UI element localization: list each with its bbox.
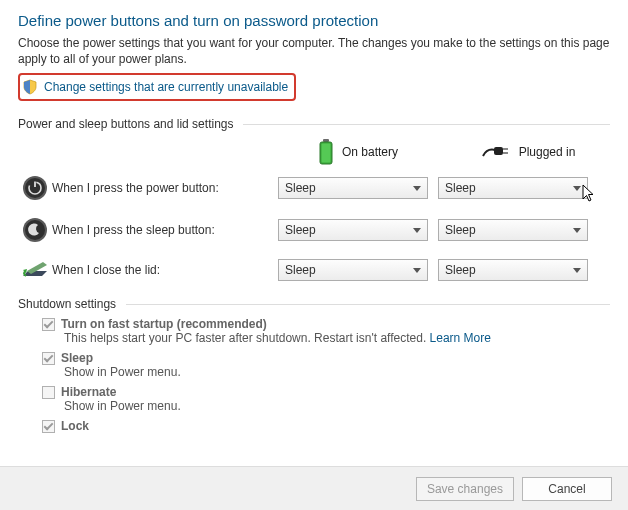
chevron-down-icon	[413, 268, 421, 273]
fast-startup-sub: This helps start your PC faster after sh…	[64, 331, 426, 345]
lid-battery-select[interactable]: Sleep	[278, 259, 428, 281]
svg-rect-5	[503, 152, 508, 154]
learn-more-link[interactable]: Learn More	[430, 331, 491, 345]
power-button-label: When I press the power button:	[52, 181, 278, 195]
divider	[243, 124, 610, 125]
plugged-in-label: Plugged in	[519, 145, 576, 159]
chevron-down-icon	[573, 268, 581, 273]
divider	[126, 304, 610, 305]
chevron-down-icon	[413, 228, 421, 233]
power-button-plugged-select[interactable]: Sleep	[438, 177, 588, 199]
cancel-button[interactable]: Cancel	[522, 477, 612, 501]
chevron-down-icon	[413, 186, 421, 191]
fast-startup-label: Turn on fast startup (recommended)	[61, 317, 267, 331]
sleep-checkbox[interactable]	[42, 352, 55, 365]
hibernate-checkbox[interactable]	[42, 386, 55, 399]
lid-label: When I close the lid:	[52, 263, 278, 277]
hibernate-label: Hibernate	[61, 385, 116, 399]
page-title: Define power buttons and turn on passwor…	[18, 12, 610, 29]
lid-icon	[18, 259, 52, 281]
svg-rect-4	[503, 148, 508, 150]
svg-rect-3	[494, 147, 503, 155]
power-button-battery-select[interactable]: Sleep	[278, 177, 428, 199]
change-settings-link-text: Change settings that are currently unava…	[44, 80, 288, 94]
change-settings-link[interactable]: Change settings that are currently unava…	[18, 73, 296, 101]
lid-plugged-select[interactable]: Sleep	[438, 259, 588, 281]
on-battery-label: On battery	[342, 145, 398, 159]
save-changes-button[interactable]: Save changes	[416, 477, 514, 501]
sleep-button-plugged-select[interactable]: Sleep	[438, 219, 588, 241]
footer-bar: Save changes Cancel	[0, 466, 628, 510]
shutdown-heading: Shutdown settings	[18, 297, 116, 311]
chevron-down-icon	[573, 186, 581, 191]
shield-icon	[22, 79, 38, 95]
sleep-sub: Show in Power menu.	[64, 365, 610, 379]
battery-icon	[318, 139, 334, 165]
svg-rect-2	[321, 144, 330, 163]
page-subtitle: Choose the power settings that you want …	[18, 35, 610, 67]
sleep-button-icon	[18, 217, 52, 243]
sleep-button-label: When I press the sleep button:	[52, 223, 278, 237]
sleep-button-battery-select[interactable]: Sleep	[278, 219, 428, 241]
lock-label: Lock	[61, 419, 89, 433]
fast-startup-checkbox[interactable]	[42, 318, 55, 331]
chevron-down-icon	[573, 228, 581, 233]
hibernate-sub: Show in Power menu.	[64, 399, 610, 413]
svg-point-7	[25, 178, 45, 198]
power-button-icon	[18, 175, 52, 201]
plug-icon	[481, 144, 511, 160]
sleep-label: Sleep	[61, 351, 93, 365]
power-buttons-heading: Power and sleep buttons and lid settings	[18, 117, 233, 131]
lock-checkbox[interactable]	[42, 420, 55, 433]
